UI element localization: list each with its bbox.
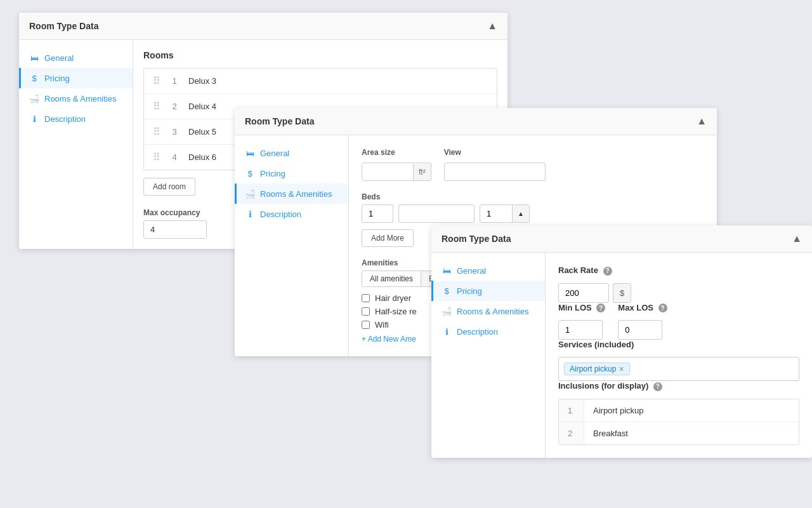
amenity-label: Wifi <box>375 320 389 330</box>
sidebar-item-description-2[interactable]: ℹ Description <box>235 204 348 224</box>
area-size-group: Area size ft² <box>362 148 431 181</box>
amenity-label: Half-size re <box>375 307 417 316</box>
sidebar-item-description-1[interactable]: ℹ Description <box>19 109 133 129</box>
spinner-up-btn[interactable]: ▲ <box>512 205 529 222</box>
panel-2-header: Room Type Data ▲ <box>235 108 717 135</box>
room-name: Delux 3 <box>188 76 216 86</box>
rack-rate-row: Rack Rate ? $ <box>558 265 799 303</box>
view-label: View <box>444 148 546 157</box>
bed2-icon-1: 🛁 <box>29 93 39 104</box>
beds-label: Beds <box>362 192 704 201</box>
amenity-label: Hair dryer <box>375 293 411 303</box>
add-amenity-link[interactable]: + Add New Ame <box>362 335 416 344</box>
table-row: ⠿ 1 Delux 3 <box>144 69 497 94</box>
panel-2-collapse-btn[interactable]: ▲ <box>697 116 707 127</box>
bed-icon-1: 🛏 <box>29 53 39 63</box>
view-input[interactable] <box>444 163 546 181</box>
drag-handle-icon[interactable]: ⠿ <box>153 75 160 87</box>
min-los-input[interactable] <box>558 320 603 340</box>
services-tags-container: Airport pickup × <box>558 357 799 381</box>
room-name: Delux 6 <box>188 152 216 162</box>
panel-3-header: Room Type Data ▲ <box>431 225 812 253</box>
room-num: 4 <box>169 152 180 162</box>
inclusions-label: Inclusions (for display) ? <box>558 381 799 391</box>
sidebar-item-general-1[interactable]: 🛏 General <box>19 48 133 68</box>
min-los-help-icon[interactable]: ? <box>596 304 605 312</box>
drag-handle-icon[interactable]: ⠿ <box>153 100 160 112</box>
add-room-button[interactable]: Add room <box>143 178 195 196</box>
dollar-icon-2: $ <box>245 168 255 178</box>
rack-rate-help-icon[interactable]: ? <box>603 267 612 276</box>
room-num: 3 <box>169 127 180 137</box>
rooms-heading: Rooms <box>143 50 497 60</box>
sidebar-item-rooms-amenities-3[interactable]: 🛁 Rooms & Amenities <box>431 301 545 321</box>
currency-badge: $ <box>613 283 631 303</box>
bed-icon-3: 🛏 <box>442 265 452 276</box>
amenity-checkbox-halfsize[interactable] <box>362 307 370 316</box>
info-icon-1: ℹ <box>29 114 39 124</box>
sidebar-item-general-3[interactable]: 🛏 General <box>431 260 545 281</box>
sidebar-item-pricing-3[interactable]: $ Pricing <box>431 281 545 301</box>
inclusions-table: 1 Airport pickup 2 Breakfast <box>558 399 799 445</box>
add-more-button[interactable]: Add More <box>362 229 414 247</box>
amenity-checkbox-wifi[interactable] <box>362 321 370 329</box>
info-icon-3: ℹ <box>442 326 452 337</box>
rack-rate-label: Rack Rate ? <box>558 265 631 276</box>
sidebar-item-pricing-2[interactable]: $ Pricing <box>235 163 348 184</box>
room-num: 1 <box>169 76 180 86</box>
sidebar-item-rooms-amenities-2[interactable]: 🛁 Rooms & Amenities <box>235 184 348 204</box>
dollar-icon-3: $ <box>442 286 452 296</box>
services-group: Services (included) Airport pickup × <box>558 340 799 381</box>
room-num: 2 <box>169 102 180 111</box>
beds-spinner: ▲ <box>480 204 530 223</box>
drag-handle-icon[interactable]: ⠿ <box>153 126 160 138</box>
area-size-input-wrapper: ft² <box>362 163 431 181</box>
sidebar-item-pricing-1[interactable]: $ Pricing <box>19 68 133 88</box>
sidebar-item-rooms-amenities-1[interactable]: 🛁 Rooms & Amenities <box>19 88 133 109</box>
amenities-tabs: All amenities B <box>362 271 442 287</box>
inclusion-num: 2 <box>559 422 584 444</box>
beds-spinner-input[interactable] <box>480 205 512 222</box>
beds-input-1[interactable] <box>362 204 393 223</box>
list-item: 2 Breakfast <box>559 422 799 444</box>
panel-1-collapse-btn[interactable]: ▲ <box>487 20 497 32</box>
panel-2-sidebar: 🛏 General $ Pricing 🛁 Rooms & Amenities … <box>235 135 349 356</box>
max-los-input[interactable] <box>618 320 662 340</box>
panel-1-header: Room Type Data ▲ <box>19 13 508 40</box>
min-los-label: Min LOS ? <box>558 303 605 313</box>
beds-input-2[interactable] <box>398 204 475 223</box>
panel-2-title: Room Type Data <box>245 116 314 126</box>
sidebar-item-general-2[interactable]: 🛏 General <box>235 143 348 163</box>
inclusions-help-icon[interactable]: ? <box>653 382 662 391</box>
inclusions-group: Inclusions (for display) ? 1 Airport pic… <box>558 381 799 445</box>
max-los-help-icon[interactable]: ? <box>658 304 667 312</box>
service-tag-airport: Airport pickup × <box>564 363 630 375</box>
panel-3-title: Room Type Data <box>442 234 511 244</box>
panel-3-body: 🛏 General $ Pricing 🛁 Rooms & Amenities … <box>431 253 812 458</box>
rack-rate-group: Rack Rate ? $ <box>558 265 631 303</box>
area-size-input[interactable] <box>362 163 413 180</box>
max-los-label: Max LOS ? <box>618 303 667 313</box>
amenity-checkbox-hair[interactable] <box>362 294 370 302</box>
sidebar-item-description-3[interactable]: ℹ Description <box>431 321 545 342</box>
bed-icon-2: 🛏 <box>245 148 255 158</box>
max-los-group: Max LOS ? <box>618 303 667 340</box>
list-item: 1 Airport pickup <box>559 399 799 422</box>
view-group: View <box>444 148 546 181</box>
panel-3-content: Rack Rate ? $ Min LOS ? <box>546 253 812 458</box>
area-view-row: Area size ft² View <box>362 148 704 181</box>
max-occupancy-input[interactable] <box>143 220 207 239</box>
bed2-icon-2: 🛁 <box>245 189 255 199</box>
los-row: Min LOS ? Max LOS ? <box>558 303 799 340</box>
panel-3-collapse-btn[interactable]: ▲ <box>792 233 802 244</box>
rack-rate-input-group: $ <box>558 283 631 303</box>
drag-handle-icon[interactable]: ⠿ <box>153 151 160 163</box>
inclusion-value: Airport pickup <box>584 399 799 422</box>
dollar-icon-1: $ <box>29 73 39 83</box>
rack-rate-input[interactable] <box>558 283 609 303</box>
tag-remove-btn[interactable]: × <box>619 364 624 373</box>
inclusion-value: Breakfast <box>584 422 799 444</box>
panel-3-sidebar: 🛏 General $ Pricing 🛁 Rooms & Amenities … <box>431 253 546 458</box>
room-name: Delux 4 <box>188 102 216 111</box>
amenity-tab-all[interactable]: All amenities <box>362 271 421 286</box>
